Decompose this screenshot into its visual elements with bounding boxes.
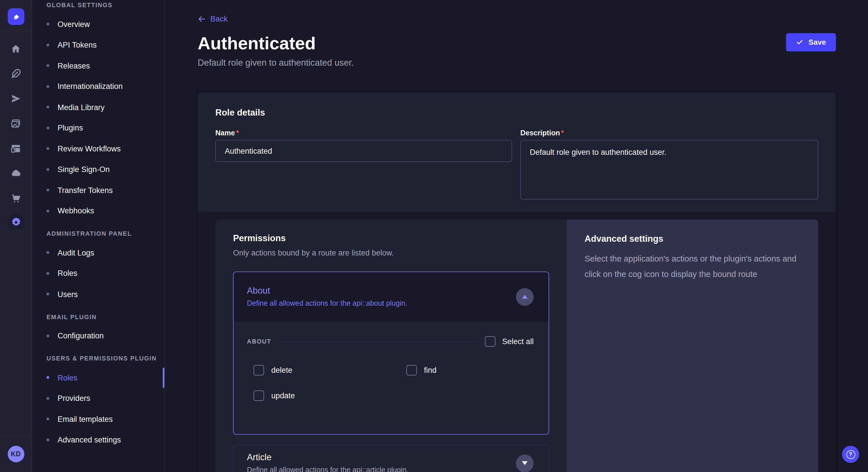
sidebar-item-up-roles[interactable]: Roles <box>32 367 164 388</box>
sidebar-item-admin-roles[interactable]: Roles <box>32 263 164 283</box>
home-nav-button[interactable] <box>7 40 24 57</box>
expand-accordion-button[interactable] <box>516 454 534 472</box>
advanced-settings-panel: Advanced settings Select the application… <box>567 220 818 472</box>
sidebar-item-plugins[interactable]: Plugins <box>32 117 164 138</box>
action-label-update: update <box>271 391 295 400</box>
strapi-logo-icon <box>11 11 21 22</box>
save-button[interactable]: Save <box>786 33 836 52</box>
accordion-article-title: Article <box>247 452 408 462</box>
accordion-article-subtitle: Define all allowed actions for the api::… <box>247 465 408 472</box>
bullet-icon <box>46 147 50 150</box>
accordion-about-subtitle: Define all allowed actions for the api::… <box>247 299 407 307</box>
sidebar-item-webhooks[interactable]: Webhooks <box>32 200 164 221</box>
cloud-nav-button[interactable] <box>7 165 24 181</box>
cart-icon <box>11 193 21 203</box>
content-manager-nav-button[interactable] <box>7 140 24 157</box>
select-all-checkbox[interactable] <box>485 336 496 347</box>
checkbox-update[interactable] <box>253 390 264 401</box>
sidebar-item-review-workflows[interactable]: Review Workflows <box>32 138 164 159</box>
action-row-delete: delete <box>253 365 406 375</box>
about-group-label: ABOUT <box>247 338 271 344</box>
subnav-header-admin-panel: ADMINISTRATION PANEL <box>32 230 164 237</box>
deploy-nav-button[interactable] <box>7 90 24 107</box>
sidebar-item-releases[interactable]: Releases <box>32 55 164 76</box>
rail-bottom: KD <box>0 436 32 472</box>
subnav-header-users-permissions: USERS & PERMISSIONS PLUGIN <box>32 355 164 362</box>
settings-subnav: GLOBAL SETTINGS Overview API Tokens Rele… <box>32 0 165 472</box>
role-details-fields: Name* Description* Default role given to… <box>215 129 818 202</box>
bullet-icon <box>46 334 50 337</box>
rail-divider <box>0 32 32 32</box>
group-divider <box>280 341 476 341</box>
sidebar-item-api-tokens[interactable]: API Tokens <box>32 35 164 55</box>
back-link[interactable]: Back <box>197 14 227 23</box>
sidebar-item-advanced-settings[interactable]: Advanced settings <box>32 430 164 450</box>
subnav-header-email-plugin: EMAIL PLUGIN <box>32 313 164 320</box>
bullet-icon <box>46 272 50 275</box>
page-subtitle: Default role given to authenticated user… <box>197 58 836 68</box>
bullet-icon <box>46 397 50 400</box>
name-field[interactable] <box>215 140 512 162</box>
strapi-logo[interactable] <box>7 8 24 25</box>
action-row-update: update <box>253 390 406 401</box>
subnav-section-email-plugin: EMAIL PLUGIN Configuration <box>32 313 164 346</box>
bullet-icon <box>46 106 50 109</box>
required-asterisk: * <box>561 129 564 137</box>
sidebar-item-users[interactable]: Users <box>32 283 164 304</box>
action-label-delete: delete <box>271 366 292 374</box>
sidebar-item-configuration[interactable]: Configuration <box>32 326 164 346</box>
action-row-find: find <box>406 365 549 375</box>
sidebar-item-providers[interactable]: Providers <box>32 388 164 409</box>
feather-icon <box>11 68 21 79</box>
sidebar-item-email-templates[interactable]: Email templates <box>32 409 164 429</box>
subnav-section-users-permissions: USERS & PERMISSIONS PLUGIN Roles Provide… <box>32 355 164 450</box>
permissions-title: Permissions <box>233 233 549 243</box>
bullet-icon <box>46 23 50 26</box>
help-button[interactable]: ? <box>842 446 859 463</box>
role-details-card: Role details Name* Description* Default … <box>197 92 836 472</box>
chevron-up-icon <box>522 295 528 299</box>
description-field[interactable]: Default role given to authenticated user… <box>520 140 818 199</box>
sidebar-item-media-library[interactable]: Media Library <box>32 97 164 117</box>
sidebar-item-transfer-tokens[interactable]: Transfer Tokens <box>32 180 164 200</box>
subnav-section-global: GLOBAL SETTINGS Overview API Tokens Rele… <box>32 2 164 222</box>
permissions-column: Permissions Only actions bound by a rout… <box>215 220 567 472</box>
sidebar-item-single-sign-on[interactable]: Single Sign-On <box>32 159 164 179</box>
collapse-accordion-button[interactable] <box>516 288 534 306</box>
main-content: Back Authenticated Default role given to… <box>165 0 868 472</box>
question-mark-icon: ? <box>846 450 855 459</box>
strapi-settings-page: KD GLOBAL SETTINGS Overview API Tokens R… <box>0 0 868 472</box>
paper-plane-icon <box>11 93 21 104</box>
settings-nav-button[interactable] <box>8 214 24 230</box>
home-icon <box>11 43 21 54</box>
name-label: Name* <box>215 129 512 137</box>
bullet-icon <box>46 418 50 421</box>
name-field-group: Name* <box>215 129 512 202</box>
bullet-icon <box>46 64 50 67</box>
gear-icon <box>10 217 22 228</box>
marketplace-nav-button[interactable] <box>7 190 24 206</box>
sidebar-item-audit-logs[interactable]: Audit Logs <box>32 242 164 263</box>
media-library-nav-button[interactable] <box>7 115 24 132</box>
back-arrow-icon <box>197 14 206 23</box>
accordion-about-header[interactable]: About Define all allowed actions for the… <box>234 272 549 322</box>
checkbox-delete[interactable] <box>253 365 264 375</box>
bullet-icon <box>46 438 50 441</box>
save-label: Save <box>809 38 826 46</box>
required-asterisk: * <box>236 129 239 137</box>
bullet-icon <box>46 251 50 254</box>
action-label-find: find <box>424 366 437 374</box>
chevron-down-icon <box>522 461 528 465</box>
sidebar-item-overview[interactable]: Overview <box>32 14 164 34</box>
description-field-group: Description* Default role given to authe… <box>520 129 818 202</box>
bullet-icon <box>46 85 50 88</box>
accordion-article-header[interactable]: Article Define all allowed actions for t… <box>233 444 549 472</box>
description-label: Description* <box>520 129 818 137</box>
user-avatar[interactable]: KD <box>7 446 24 462</box>
about-actions-grid: delete find update <box>247 365 534 401</box>
bullet-icon <box>46 43 50 46</box>
checkbox-find[interactable] <box>406 365 417 375</box>
photos-icon <box>11 118 21 129</box>
content-builder-nav-button[interactable] <box>7 65 24 82</box>
sidebar-item-internationalization[interactable]: Internationalization <box>32 76 164 97</box>
